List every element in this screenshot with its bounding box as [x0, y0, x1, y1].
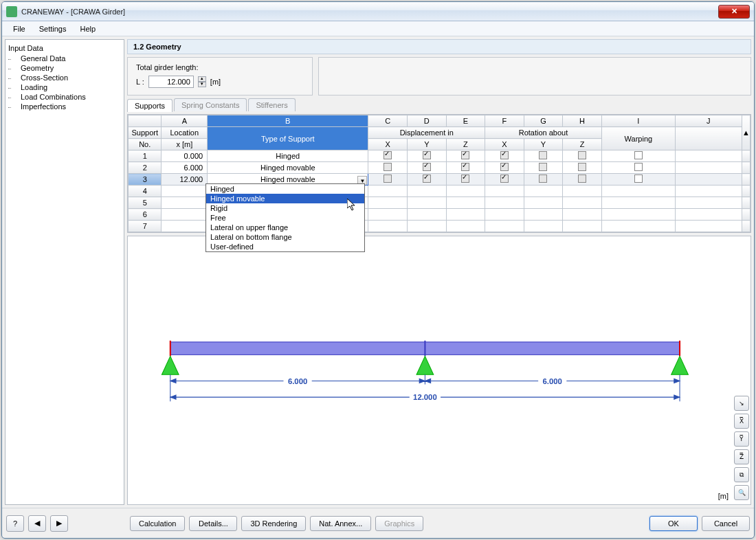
- ok-button[interactable]: OK: [649, 516, 698, 531]
- cell-disp-y[interactable]: [408, 150, 447, 162]
- tool-view-y[interactable]: Y̅: [734, 431, 749, 447]
- cell-j[interactable]: [675, 197, 742, 209]
- cell-rot-y[interactable]: [524, 162, 563, 174]
- cell-location[interactable]: [162, 209, 208, 221]
- cell-rot-z[interactable]: [563, 162, 602, 174]
- cell-warping[interactable]: [601, 221, 675, 232]
- cell-disp-z[interactable]: [446, 221, 485, 232]
- 3d-rendering-button[interactable]: 3D Rendering: [241, 516, 306, 531]
- cell-warping[interactable]: [601, 197, 675, 209]
- spin-buttons[interactable]: ▲▼: [198, 76, 206, 87]
- tool-view-z[interactable]: Z̅: [734, 449, 749, 464]
- help-button[interactable]: ?: [6, 515, 24, 532]
- cell-disp-x[interactable]: [368, 221, 408, 232]
- tree-root[interactable]: Input Data: [8, 43, 121, 54]
- cell-rot-x[interactable]: [485, 209, 524, 221]
- cell-disp-y[interactable]: [408, 162, 447, 174]
- cell-rot-y[interactable]: [524, 197, 563, 209]
- cell-warping[interactable]: [601, 185, 675, 197]
- cell-rot-z[interactable]: [563, 150, 602, 162]
- row-header[interactable]: 4: [129, 185, 162, 197]
- nat-annex-button[interactable]: Nat. Annex...: [310, 516, 371, 531]
- cell-rot-y[interactable]: [524, 174, 563, 185]
- cell-warping[interactable]: [601, 150, 675, 162]
- menu-file[interactable]: File: [6, 23, 32, 35]
- cell-disp-y[interactable]: [408, 197, 447, 209]
- cell-type[interactable]: Hinged movable: [208, 162, 368, 174]
- cell-disp-x[interactable]: [368, 185, 408, 197]
- cell-disp-z[interactable]: [446, 174, 485, 185]
- cell-rot-y[interactable]: [524, 209, 563, 221]
- tool-zoom[interactable]: 🔍: [734, 485, 749, 500]
- cell-disp-x[interactable]: [368, 209, 408, 221]
- col-B[interactable]: B: [208, 115, 368, 127]
- cell-rot-y[interactable]: [524, 221, 563, 232]
- supports-grid[interactable]: A B C D E F G H I J ▲ Support Loca: [127, 114, 751, 233]
- row-header[interactable]: 6: [129, 209, 162, 221]
- cell-rot-x[interactable]: [485, 197, 524, 209]
- menu-settings[interactable]: Settings: [32, 23, 74, 35]
- close-button[interactable]: ✕: [718, 5, 750, 19]
- tool-view-x[interactable]: X̅: [734, 414, 749, 429]
- cell-disp-z[interactable]: [446, 162, 485, 174]
- cell-rot-x[interactable]: [485, 150, 524, 162]
- cell-disp-x[interactable]: [368, 150, 408, 162]
- cell-location[interactable]: [162, 185, 208, 197]
- next-button[interactable]: ▶: [50, 515, 68, 532]
- dd-user-defined[interactable]: User-defined: [206, 242, 364, 251]
- prev-button[interactable]: ◀: [28, 515, 46, 532]
- girder-length-input[interactable]: [148, 76, 194, 88]
- dd-hinged[interactable]: Hinged: [206, 184, 364, 194]
- dd-hinged-movable[interactable]: Hinged movable: [206, 194, 364, 203]
- col-A[interactable]: A: [162, 115, 208, 127]
- cell-location[interactable]: [162, 221, 208, 232]
- cell-j[interactable]: [675, 185, 742, 197]
- graphics-button[interactable]: Graphics: [375, 516, 423, 531]
- cell-disp-y[interactable]: [408, 174, 447, 185]
- cell-j[interactable]: [675, 209, 742, 221]
- cell-rot-x[interactable]: [485, 174, 524, 185]
- cell-disp-y[interactable]: [408, 185, 447, 197]
- scrollbar-v[interactable]: ▲: [742, 115, 750, 150]
- col-J[interactable]: J: [675, 115, 742, 127]
- cell-type[interactable]: Hinged: [208, 150, 368, 162]
- cell-disp-x[interactable]: [368, 174, 408, 185]
- cell-rot-z[interactable]: [563, 174, 602, 185]
- col-C[interactable]: C: [368, 115, 408, 127]
- cell-location[interactable]: 6.000: [162, 162, 208, 174]
- cell-warping[interactable]: [601, 162, 675, 174]
- tab-spring-constants[interactable]: Spring Constants: [174, 98, 247, 111]
- cell-disp-x[interactable]: [368, 197, 408, 209]
- col-I[interactable]: I: [601, 115, 675, 127]
- calculation-button[interactable]: Calculation: [130, 516, 185, 531]
- cell-rot-x[interactable]: [485, 221, 524, 232]
- cell-warping[interactable]: [601, 174, 675, 185]
- dd-lateral-upper[interactable]: Lateral on upper flange: [206, 223, 364, 232]
- cell-j[interactable]: [675, 221, 742, 232]
- cell-disp-z[interactable]: [446, 197, 485, 209]
- dd-rigid[interactable]: Rigid: [206, 203, 364, 213]
- row-header[interactable]: 2: [129, 162, 162, 174]
- cell-location[interactable]: 12.000: [162, 174, 208, 185]
- cell-rot-y[interactable]: [524, 185, 563, 197]
- type-dropdown-list[interactable]: Hinged Hinged movable Rigid Free Lateral…: [205, 183, 365, 252]
- col-G[interactable]: G: [524, 115, 563, 127]
- col-D[interactable]: D: [408, 115, 447, 127]
- cell-location[interactable]: [162, 197, 208, 209]
- cell-rot-x[interactable]: [485, 162, 524, 174]
- row-header[interactable]: 5: [129, 197, 162, 209]
- cell-rot-z[interactable]: [563, 209, 602, 221]
- cell-rot-y[interactable]: [524, 150, 563, 162]
- cell-j[interactable]: [675, 162, 742, 174]
- tool-view-iso[interactable]: ⧉: [734, 467, 749, 482]
- cell-disp-y[interactable]: [408, 209, 447, 221]
- cell-warping[interactable]: [601, 209, 675, 221]
- cell-rot-z[interactable]: [563, 197, 602, 209]
- col-E[interactable]: E: [446, 115, 485, 127]
- col-H[interactable]: H: [563, 115, 602, 127]
- dd-lateral-bottom[interactable]: Lateral on bottom flange: [206, 232, 364, 242]
- tab-supports[interactable]: Supports: [127, 99, 173, 112]
- row-header[interactable]: 7: [129, 221, 162, 232]
- cell-location[interactable]: 0.000: [162, 150, 208, 162]
- tool-view-default[interactable]: ↘: [734, 396, 749, 411]
